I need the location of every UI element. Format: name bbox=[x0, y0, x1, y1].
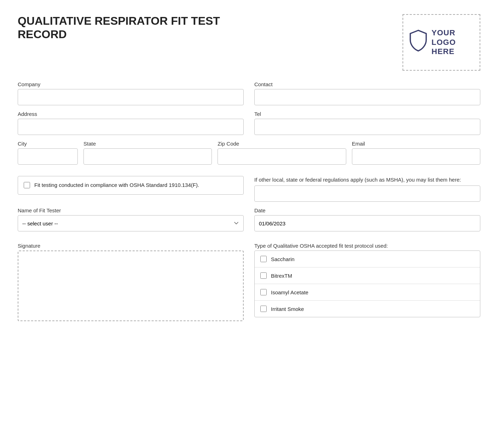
protocol-option-label: Saccharin bbox=[271, 256, 295, 262]
signature-canvas[interactable] bbox=[18, 250, 244, 321]
protocol-item: Irritant Smoke bbox=[255, 301, 480, 317]
tel-field-group: Tel bbox=[254, 111, 480, 135]
logo-text: YOUR LOGO HERE bbox=[432, 28, 474, 56]
contact-input[interactable] bbox=[254, 89, 480, 105]
page-header: QUALITATIVE RESPIRATOR FIT TEST RECORD Y… bbox=[18, 14, 480, 71]
fit-tester-label: Name of Fit Tester bbox=[18, 207, 244, 213]
page-title: QUALITATIVE RESPIRATOR FIT TEST RECORD bbox=[18, 14, 265, 41]
compliance-section: Fit testing conducted in compliance with… bbox=[18, 176, 244, 200]
company-field-group: Company bbox=[18, 81, 244, 105]
city-label: City bbox=[18, 141, 78, 147]
address-label: Address bbox=[18, 111, 244, 117]
contact-field-group: Contact bbox=[254, 81, 480, 105]
protocol-checkbox-1[interactable] bbox=[260, 272, 267, 279]
state-input[interactable] bbox=[83, 148, 212, 165]
protocol-option-label: BitrexTM bbox=[271, 273, 292, 279]
compliance-box: Fit testing conducted in compliance with… bbox=[18, 176, 244, 195]
email-field-group: Email bbox=[352, 141, 480, 165]
compliance-checkbox[interactable] bbox=[24, 182, 30, 188]
zip-input[interactable] bbox=[218, 148, 346, 165]
state-label: State bbox=[83, 141, 212, 147]
contact-label: Contact bbox=[254, 81, 480, 87]
protocol-section: Type of Qualitative OSHA accepted fit te… bbox=[254, 243, 480, 317]
date-group: Date bbox=[254, 207, 480, 231]
protocol-option-label: Isoamyl Acetate bbox=[271, 289, 308, 295]
zip-label: Zip Code bbox=[218, 141, 346, 147]
fit-tester-select[interactable]: -- select user -- bbox=[18, 215, 244, 231]
regulation-label: If other local, state or federal regulat… bbox=[254, 176, 480, 183]
protocol-checkbox-2[interactable] bbox=[260, 289, 267, 295]
protocol-item: Saccharin bbox=[255, 251, 480, 267]
email-input[interactable] bbox=[352, 148, 480, 165]
date-label: Date bbox=[254, 207, 480, 213]
fit-tester-group: Name of Fit Tester -- select user -- bbox=[18, 207, 244, 231]
zip-field-group: Zip Code bbox=[218, 141, 346, 165]
address-field-group: Address bbox=[18, 111, 244, 135]
signature-section: Signature bbox=[18, 243, 244, 321]
shield-icon bbox=[409, 29, 428, 56]
tel-input[interactable] bbox=[254, 119, 480, 135]
company-label: Company bbox=[18, 81, 244, 87]
tel-label: Tel bbox=[254, 111, 480, 117]
state-field-group: State bbox=[83, 141, 212, 165]
regulation-input[interactable] bbox=[254, 185, 480, 202]
compliance-text: Fit testing conducted in compliance with… bbox=[34, 181, 199, 189]
protocol-checkbox-0[interactable] bbox=[260, 256, 267, 262]
city-field-group: City bbox=[18, 141, 78, 165]
protocol-option-label: Irritant Smoke bbox=[271, 306, 304, 312]
protocol-label: Type of Qualitative OSHA accepted fit te… bbox=[254, 243, 388, 249]
protocol-checkbox-3[interactable] bbox=[260, 306, 267, 312]
date-input[interactable] bbox=[254, 215, 480, 231]
protocol-options-box: SaccharinBitrexTMIsoamyl AcetateIrritant… bbox=[254, 250, 480, 317]
city-input[interactable] bbox=[18, 148, 78, 165]
address-input[interactable] bbox=[18, 119, 244, 135]
email-label: Email bbox=[352, 141, 480, 147]
protocol-item: Isoamyl Acetate bbox=[255, 284, 480, 301]
protocol-item: BitrexTM bbox=[255, 267, 480, 284]
logo-placeholder: YOUR LOGO HERE bbox=[403, 14, 480, 71]
signature-label: Signature bbox=[18, 243, 40, 249]
company-input[interactable] bbox=[18, 89, 244, 105]
regulation-section: If other local, state or federal regulat… bbox=[254, 176, 480, 202]
